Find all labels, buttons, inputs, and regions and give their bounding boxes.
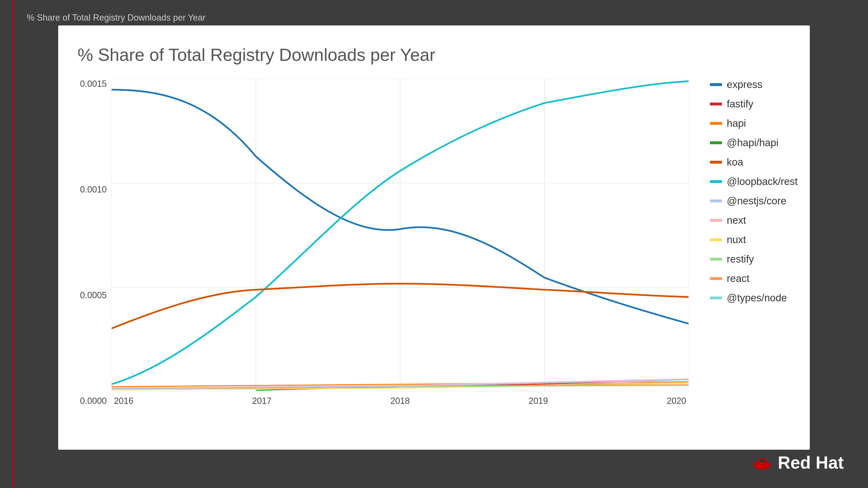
chart-title: % Share of Total Registry Downloads per … — [78, 45, 435, 65]
legend-item-react: react — [710, 273, 798, 284]
legend-item-fastify: fastify — [710, 98, 798, 110]
y-label-0010: 0.0010 — [80, 184, 107, 195]
legend-label-next: next — [727, 215, 746, 226]
legend-item-hapi-hapi: @hapi/hapi — [710, 137, 798, 149]
legend-label-hapi-hapi: @hapi/hapi — [727, 137, 778, 149]
legend-label-nuxt: nuxt — [727, 234, 746, 246]
legend-label-types-node: @types/node — [727, 292, 787, 304]
svg-point-11 — [758, 459, 765, 463]
legend-label-nestjs: @nestjs/core — [727, 195, 786, 207]
legend-color-koa — [710, 161, 722, 164]
legend-label-fastify: fastify — [727, 98, 753, 110]
x-label-2018: 2018 — [390, 396, 410, 406]
legend: express fastify hapi @hapi/hapi koa @loo… — [710, 79, 798, 304]
accent-bar — [12, 0, 14, 488]
redhat-logo: Red Hat — [751, 452, 844, 474]
legend-item-express: express — [710, 79, 798, 90]
x-label-2016: 2016 — [114, 396, 133, 406]
legend-label-react: react — [727, 273, 749, 284]
chart-container: % Share of Total Registry Downloads per … — [58, 26, 810, 450]
legend-color-hapi — [710, 122, 722, 125]
y-label-0015: 0.0015 — [80, 79, 107, 89]
legend-color-restify — [710, 258, 722, 261]
legend-item-nuxt: nuxt — [710, 234, 798, 246]
x-label-2020: 2020 — [667, 396, 686, 406]
legend-item-restify: restify — [710, 253, 798, 265]
legend-color-nestjs — [710, 200, 722, 203]
legend-label-restify: restify — [727, 253, 754, 265]
legend-item-loopback: @loopback/rest — [710, 176, 798, 187]
legend-item-types-node: @types/node — [710, 292, 798, 304]
x-axis: 2016 2017 2018 2019 2020 — [112, 396, 689, 406]
legend-color-loopback — [710, 180, 722, 183]
legend-color-hapi-hapi — [710, 141, 722, 144]
legend-color-types-node — [710, 297, 722, 299]
legend-item-koa: koa — [710, 156, 798, 168]
x-label-2017: 2017 — [252, 396, 272, 406]
chart-svg — [112, 79, 689, 392]
chart-area: 0.0015 0.0010 0.0005 0.0000 — [78, 79, 689, 406]
legend-label-loopback: @loopback/rest — [727, 176, 798, 187]
slide-title: % Share of Total Registry Downloads per … — [27, 12, 206, 23]
legend-color-fastify — [710, 102, 722, 105]
legend-label-koa: koa — [727, 156, 743, 168]
legend-label-express: express — [727, 79, 763, 90]
legend-item-nestjs: @nestjs/core — [710, 195, 798, 207]
legend-color-react — [710, 277, 722, 280]
legend-color-next — [710, 219, 722, 222]
y-axis: 0.0015 0.0010 0.0005 0.0000 — [78, 79, 109, 406]
legend-color-nuxt — [710, 238, 722, 241]
redhat-text: Red Hat — [778, 453, 844, 472]
x-label-2019: 2019 — [529, 396, 548, 406]
redhat-icon — [751, 452, 773, 474]
legend-item-hapi: hapi — [710, 118, 798, 129]
legend-item-next: next — [710, 215, 798, 226]
y-label-0005: 0.0005 — [80, 290, 107, 300]
legend-label-hapi: hapi — [727, 118, 746, 129]
y-label-0000: 0.0000 — [80, 396, 107, 406]
legend-color-express — [710, 83, 722, 86]
